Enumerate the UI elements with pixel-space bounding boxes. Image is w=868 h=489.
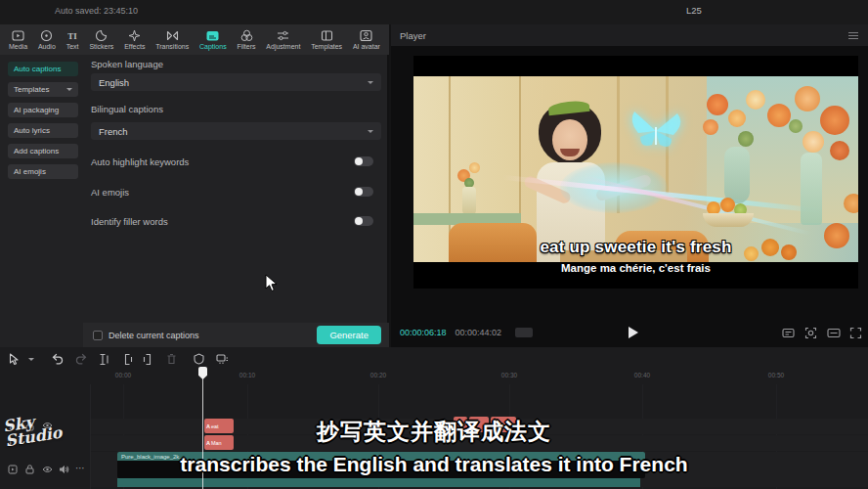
sidebar-item-auto-captions[interactable]: Auto captions	[8, 62, 78, 76]
tab-captions[interactable]: Captions	[199, 29, 227, 50]
track-options-icon[interactable]	[215, 352, 229, 366]
spoken-language-select[interactable]: English	[91, 73, 381, 91]
ai-emojis-toggle[interactable]	[354, 187, 373, 197]
tab-label: Templates	[311, 43, 342, 50]
sidebar-item-label: Add captions	[14, 147, 59, 156]
tab-label: Text	[66, 43, 79, 50]
top-bar: Auto saved: 23:45:10 L25	[0, 0, 868, 24]
trim-right-icon[interactable]	[141, 352, 154, 366]
video-caption-secondary: Mange ma chérie, c'est frais	[413, 262, 858, 274]
split-icon[interactable]	[98, 352, 111, 366]
quality-icon[interactable]	[782, 326, 795, 343]
sidebar-item-add-captions[interactable]: Add captions	[8, 144, 78, 158]
timeline-ruler[interactable]: 00:00 00:10 00:20 00:30 00:40 00:50	[0, 368, 868, 383]
tab-transitions[interactable]: Transitions	[155, 29, 189, 50]
tab-label: Effects	[124, 43, 145, 50]
ruler-label: 00:10	[239, 372, 255, 378]
spoken-language-value: English	[99, 77, 129, 88]
tab-label: Transitions	[155, 43, 189, 50]
audio-icon	[40, 29, 53, 42]
tab-ai-avatar[interactable]: AI avatar	[353, 29, 380, 50]
sidebar-item-templates[interactable]: Templates	[8, 82, 78, 97]
sidebar-item-label: Auto lyrics	[14, 126, 50, 135]
tab-label: Captions	[199, 43, 227, 50]
current-time: 00:00:06:18	[400, 328, 447, 337]
media-icon	[12, 29, 24, 42]
tab-adjustment[interactable]: Adjustment	[266, 29, 300, 50]
captions-icon	[206, 29, 219, 42]
player-panel: Player	[391, 24, 868, 347]
sidebar-item-label: AI emojis	[14, 167, 46, 176]
video-clip-strip[interactable]	[117, 478, 640, 487]
transitions-icon	[166, 29, 179, 42]
ruler-label: 00:30	[501, 372, 517, 378]
toggle-knob	[355, 157, 363, 165]
chevron-down-icon	[368, 81, 373, 84]
identify-filler-label: Identify filler words	[91, 216, 168, 227]
sidebar-item-label: Auto captions	[14, 65, 61, 73]
bilingual-language-select[interactable]: French	[91, 122, 381, 140]
ratio-icon[interactable]	[827, 326, 841, 343]
mouse-cursor	[265, 274, 278, 292]
ruler-label: 00:00	[115, 372, 131, 378]
video-preview[interactable]: eat up sweetie it's fresh Mange ma chéri…	[413, 56, 858, 289]
trim-left-icon[interactable]	[120, 352, 134, 366]
delete-captions-checkbox[interactable]	[93, 331, 103, 340]
play-button[interactable]	[629, 327, 638, 338]
toggle-knob	[355, 217, 363, 225]
tab-effects[interactable]: Effects	[124, 29, 145, 50]
tab-label: Audio	[38, 43, 56, 50]
tab-text[interactable]: TI Text	[66, 29, 79, 50]
sidebar-item-auto-lyrics[interactable]: Auto lyrics	[8, 123, 78, 138]
delete-icon[interactable]	[164, 352, 178, 366]
sidebar-item-label: Templates	[14, 85, 49, 94]
player-menu-icon[interactable]	[848, 32, 858, 39]
sidebar-item-ai-packaging[interactable]: AI packaging	[8, 103, 78, 117]
select-tool-chevron-icon[interactable]	[21, 352, 34, 366]
ai-avatar-icon	[360, 29, 372, 42]
delete-captions-label: Delete current captions	[108, 331, 199, 340]
overlay-subtitle-english: transcribes the English and translates i…	[0, 453, 868, 476]
identify-filler-toggle[interactable]	[354, 216, 373, 226]
generate-button[interactable]: Generate	[317, 326, 381, 344]
captions-workspace-panel: Media Audio TI Text Stickers Effects Tra…	[0, 24, 389, 347]
fullscreen-icon[interactable]	[849, 326, 862, 343]
project-title: L25	[686, 5, 702, 16]
chevron-down-icon	[368, 130, 373, 133]
ruler-label: 00:40	[634, 372, 650, 378]
spoken-language-label: Spoken language	[91, 59, 163, 69]
player-title: Player	[400, 30, 426, 41]
snap-preview-icon[interactable]	[804, 326, 817, 343]
auto-highlight-toggle[interactable]	[354, 156, 373, 166]
tab-audio[interactable]: Audio	[38, 29, 56, 50]
redo-icon[interactable]	[73, 352, 87, 366]
bilingual-captions-label: Bilingual captions	[91, 104, 163, 114]
tab-label: Filters	[237, 43, 255, 50]
tab-label: Stickers	[89, 43, 113, 50]
effects-icon	[128, 29, 141, 42]
adjustment-icon	[277, 29, 289, 42]
select-tool-icon[interactable]	[7, 352, 21, 366]
overlay-subtitle-chinese: 抄写英文并翻译成法文	[0, 417, 868, 447]
filters-icon	[240, 29, 253, 42]
text-icon: TI	[66, 29, 79, 42]
ai-emojis-label: AI emojis	[91, 187, 129, 198]
undo-icon[interactable]	[51, 352, 65, 366]
mask-icon[interactable]	[192, 352, 205, 366]
video-image	[413, 76, 858, 262]
butterfly-hologram	[627, 108, 685, 155]
ruler-label: 00:50	[768, 372, 784, 378]
stickers-icon	[95, 29, 108, 42]
bilingual-language-value: French	[99, 126, 128, 137]
player-header: Player	[391, 24, 868, 46]
ribbon-tab-bar: Media Audio TI Text Stickers Effects Tra…	[0, 24, 389, 55]
player-option-pill[interactable]	[515, 328, 533, 337]
tab-label: Media	[9, 43, 27, 50]
tab-media[interactable]: Media	[9, 29, 27, 50]
sidebar-item-ai-emojis[interactable]: AI emojis	[8, 164, 78, 179]
generate-bar: Delete current captions Generate	[83, 323, 389, 347]
tab-filters[interactable]: Filters	[237, 29, 255, 50]
ruler-label: 00:20	[370, 372, 386, 378]
tab-stickers[interactable]: Stickers	[89, 29, 113, 50]
tab-templates[interactable]: Templates	[311, 29, 342, 50]
